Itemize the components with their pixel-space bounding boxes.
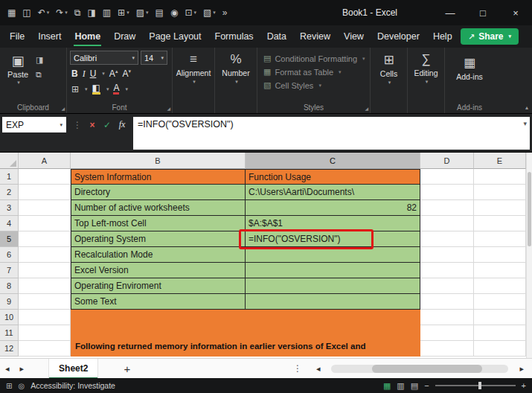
more-commands-icon[interactable]: » <box>219 3 231 22</box>
zoom-in-icon[interactable]: + <box>522 381 526 390</box>
cell-c7[interactable] <box>246 263 420 278</box>
formula-input[interactable]: =INFO("OSVERSION") ▾ <box>133 117 530 150</box>
cell-e12[interactable] <box>474 341 526 357</box>
column-header-c[interactable]: C <box>246 153 420 169</box>
cell-e2[interactable] <box>474 185 526 200</box>
row-header-7[interactable]: 7 <box>0 263 19 278</box>
bold-button[interactable]: B <box>71 68 78 79</box>
cell-a10[interactable] <box>19 310 71 325</box>
cell-d7[interactable] <box>420 263 474 278</box>
tab-developer[interactable]: Developer <box>371 25 426 48</box>
maximize-button[interactable]: □ <box>467 0 499 25</box>
editing-group-button[interactable]: ∑ Editing ▾ <box>408 48 445 113</box>
addins-button[interactable]: ▦ Add-ins <box>448 51 491 83</box>
zoom-slider-thumb[interactable] <box>478 382 481 389</box>
cell-c6[interactable] <box>246 247 420 263</box>
page-layout-view-icon[interactable]: ▥ <box>397 381 404 391</box>
cell-b1[interactable]: System Information <box>71 169 246 185</box>
save-icon[interactable]: ◫ <box>19 3 33 22</box>
column-header-a[interactable]: A <box>19 153 71 169</box>
tab-home[interactable]: Home <box>68 25 107 48</box>
cell-d8[interactable] <box>420 278 474 294</box>
cell-e3[interactable] <box>474 200 526 216</box>
increase-font-size-button[interactable]: A▴ <box>109 68 118 79</box>
column-header-d[interactable]: D <box>420 153 474 169</box>
cell-b8[interactable]: Operating Enviroment <box>71 278 246 294</box>
add-sheet-button[interactable]: + <box>119 362 135 375</box>
styles-dialog-launcher-icon[interactable]: ◢ <box>365 106 368 111</box>
cell-d1[interactable] <box>420 169 474 185</box>
cell-b3[interactable]: Number of active worksheets <box>71 200 246 216</box>
row-header-3[interactable]: 3 <box>0 200 19 216</box>
tab-data[interactable]: Data <box>260 25 293 48</box>
copy-icon[interactable]: ⧉ <box>36 70 43 80</box>
prev-sheet-icon[interactable]: ◂ <box>0 364 15 374</box>
collapse-ribbon-icon[interactable]: ▴ <box>525 104 528 111</box>
cell-c9[interactable] <box>246 294 420 310</box>
cell-e9[interactable] <box>474 294 526 310</box>
vertical-scrollbar[interactable] <box>526 153 532 358</box>
cell-d12[interactable] <box>420 341 474 357</box>
cell-b9[interactable]: Some Text <box>71 294 246 310</box>
tab-file[interactable]: File <box>3 25 31 48</box>
close-button[interactable]: × <box>499 0 532 25</box>
cell-d2[interactable] <box>420 185 474 200</box>
undo-icon[interactable]: ↶▾ <box>35 3 53 22</box>
expand-formula-bar-icon[interactable]: ▾ <box>523 120 527 127</box>
cell-a6[interactable] <box>19 247 71 263</box>
cell-a12[interactable] <box>19 341 71 357</box>
cell-e7[interactable] <box>474 263 526 278</box>
borders-icon[interactable]: ⊞ <box>71 84 79 95</box>
cell-b4[interactable]: Top Left-most Cell <box>71 216 246 231</box>
insert-function-icon[interactable]: fx <box>115 119 129 130</box>
cell-d6[interactable] <box>420 247 474 263</box>
scroll-left-icon[interactable]: ◂ <box>311 364 326 374</box>
print-icon[interactable]: ▤ <box>153 3 167 22</box>
horizontal-scrollbar-thumb[interactable] <box>372 365 482 373</box>
row-header-5[interactable]: 5 <box>0 231 19 247</box>
font-family-select[interactable]: Calibri▾ <box>70 51 138 65</box>
row-header-9[interactable]: 9 <box>0 294 19 310</box>
table-icon[interactable]: ⊡▾ <box>182 3 199 22</box>
horizontal-scrollbar[interactable] <box>331 365 508 373</box>
cell-d11[interactable] <box>420 325 474 341</box>
cell-e1[interactable] <box>474 169 526 185</box>
cell-styles-button[interactable]: ▧ Cell Styles ▾ <box>263 80 364 90</box>
row-header-2[interactable]: 2 <box>0 185 19 200</box>
copy-icon[interactable]: ⧉ <box>71 3 84 22</box>
cell-e11[interactable] <box>474 325 526 341</box>
chart-icon[interactable]: ▥ <box>100 3 114 22</box>
cells-group-button[interactable]: ⊞ Cells ▾ <box>371 48 408 113</box>
italic-button[interactable]: I <box>83 68 86 80</box>
zoom-out-icon[interactable]: − <box>424 381 429 390</box>
cell-d10[interactable] <box>420 310 474 325</box>
redo-icon[interactable]: ↷▾ <box>53 3 71 22</box>
cell-b6[interactable]: Recalculation Mode <box>71 247 246 263</box>
minimize-button[interactable]: — <box>434 0 467 25</box>
font-size-select[interactable]: 14▾ <box>141 51 167 65</box>
tab-draw[interactable]: Draw <box>107 25 142 48</box>
column-header-e[interactable]: E <box>474 153 526 169</box>
cell-e5[interactable] <box>474 231 526 247</box>
cell-d4[interactable] <box>420 216 474 231</box>
row-header-1[interactable]: 1 <box>0 169 19 185</box>
cell-a4[interactable] <box>19 216 71 231</box>
page-break-view-icon[interactable]: ▤ <box>411 381 418 391</box>
cell-d3[interactable] <box>420 200 474 216</box>
cell-a3[interactable] <box>19 200 71 216</box>
format-as-table-button[interactable]: ▦ Format as Table ▾ <box>263 67 364 77</box>
vertical-scrollbar-thumb[interactable] <box>528 172 531 246</box>
number-group-button[interactable]: % Number ▾ <box>215 48 257 113</box>
next-sheet-icon[interactable]: ▸ <box>15 364 30 374</box>
cell-c1[interactable]: Function Usage <box>246 169 420 185</box>
tab-formulas[interactable]: Formulas <box>208 25 260 48</box>
camera-icon[interactable]: ◉ <box>167 3 181 22</box>
clipboard-dialog-launcher-icon[interactable]: ◢ <box>61 106 65 111</box>
row-header-11[interactable]: 11 <box>0 325 19 341</box>
row-header-12[interactable]: 12 <box>0 341 19 357</box>
font-color-icon[interactable]: A <box>113 84 119 95</box>
cell-a1[interactable] <box>19 169 71 185</box>
merged-note-cell[interactable]: Following returned memory information in… <box>71 310 420 357</box>
cell-e6[interactable] <box>474 247 526 263</box>
zoom-slider[interactable] <box>435 385 516 386</box>
